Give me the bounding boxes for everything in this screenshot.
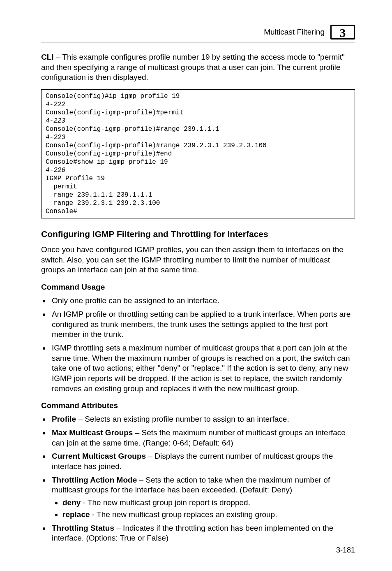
usage-item: An IGMP profile or throttling setting ca… bbox=[50, 309, 355, 340]
code-ref: 4-222 bbox=[46, 101, 65, 108]
attr-sub-desc: - The new multicast group join report is… bbox=[81, 498, 250, 507]
attrs-subitem: replace - The new multicast group replac… bbox=[62, 510, 355, 520]
attrs-item: Profile – Selects an existing profile nu… bbox=[50, 414, 355, 425]
attrs-sublist: deny - The new multicast group join repo… bbox=[52, 498, 355, 520]
page-header: Multicast Filtering 3 bbox=[41, 25, 355, 39]
code-ref: 4-226 bbox=[46, 167, 65, 174]
attr-sub-desc: - The new multicast group replaces an ex… bbox=[90, 510, 277, 519]
attr-name: Profile bbox=[52, 415, 76, 423]
code-line: Console#show ip igmp profile 19 bbox=[46, 158, 168, 166]
usage-item: IGMP throttling sets a maximum number of… bbox=[50, 343, 355, 394]
attr-name: Max Multicast Groups bbox=[52, 428, 133, 437]
code-line: Console(config)#ip igmp profile 19 bbox=[46, 93, 180, 100]
code-line: permit bbox=[46, 183, 77, 190]
usage-item: Only one profile can be assigned to an i… bbox=[50, 296, 355, 306]
attrs-item: Throttling Action Mode – Sets the action… bbox=[50, 475, 355, 520]
attrs-subitem: deny - The new multicast group join repo… bbox=[62, 498, 355, 508]
usage-heading: Command Usage bbox=[41, 283, 355, 292]
cli-code-block: Console(config)#ip igmp profile 19 4-222… bbox=[41, 89, 355, 218]
attr-name: Current Multicast Groups bbox=[52, 452, 146, 460]
code-ref: 4-223 bbox=[46, 134, 65, 141]
page-number: 3-181 bbox=[336, 546, 355, 555]
intro-lead-bold: CLI bbox=[41, 53, 54, 61]
section-paragraph: Once you have configured IGMP profiles, … bbox=[41, 245, 355, 275]
usage-list: Only one profile can be assigned to an i… bbox=[41, 296, 355, 394]
attr-name: Throttling Action Mode bbox=[52, 476, 137, 484]
attrs-item: Throttling Status – Indicates if the thr… bbox=[50, 523, 355, 543]
attr-sub-name: deny bbox=[62, 498, 81, 507]
attrs-item: Current Multicast Groups – Displays the … bbox=[50, 451, 355, 471]
code-line: range 239.1.1.1 239.1.1.1 bbox=[46, 191, 152, 199]
code-line: Console# bbox=[46, 208, 77, 215]
intro-paragraph: CLI – This example configures profile nu… bbox=[41, 52, 355, 83]
chapter-number: 3 bbox=[340, 26, 346, 39]
section-heading: Configuring IGMP Filtering and Throttlin… bbox=[41, 229, 355, 239]
attrs-heading: Command Attributes bbox=[41, 401, 355, 410]
code-line: Console(config-igmp-profile)#end bbox=[46, 150, 172, 158]
code-ref: 4-223 bbox=[46, 117, 65, 125]
header-title: Multicast Filtering bbox=[264, 28, 325, 37]
attr-desc: – Selects an existing profile number to … bbox=[76, 415, 289, 423]
code-line: range 239.2.3.1 239.2.3.100 bbox=[46, 200, 160, 207]
intro-lead-rest: – This example configures profile number… bbox=[41, 53, 345, 81]
code-line: Console(config-igmp-profile)#permit bbox=[46, 109, 184, 116]
attrs-list: Profile – Selects an existing profile nu… bbox=[41, 414, 355, 543]
code-line: Console(config-igmp-profile)#range 239.1… bbox=[46, 125, 219, 133]
header-rule bbox=[41, 42, 355, 42]
attr-name: Throttling Status bbox=[52, 524, 114, 532]
attr-sub-name: replace bbox=[62, 510, 90, 519]
code-line: IGMP Profile 19 bbox=[46, 175, 105, 182]
attrs-item: Max Multicast Groups – Sets the maximum … bbox=[50, 428, 355, 448]
code-line: Console(config-igmp-profile)#range 239.2… bbox=[46, 142, 267, 149]
chapter-badge: 3 bbox=[330, 25, 355, 39]
